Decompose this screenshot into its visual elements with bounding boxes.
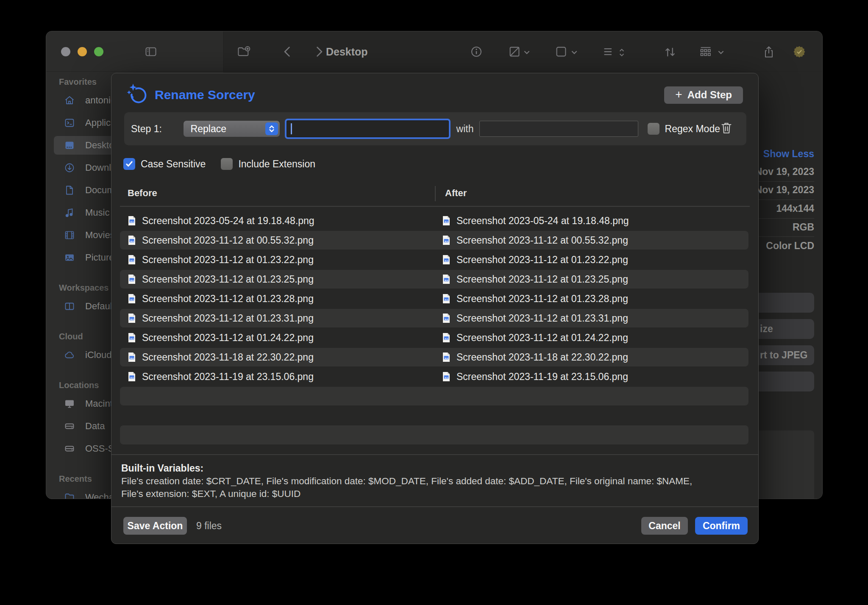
pane-divider [223,31,224,72]
table-row[interactable]: Screenshot 2023-11-19 at 23.15.06.pngScr… [120,367,748,386]
table-row[interactable]: Screenshot 2023-05-24 at 19.18.48.pngScr… [120,211,748,230]
movies-icon [64,230,75,241]
filename: Screenshot 2023-11-12 at 01.23.22.png [456,254,628,266]
minimize-button[interactable] [78,47,87,56]
file-icon [128,352,136,362]
regex-mode-checkbox[interactable] [648,123,659,135]
file-icon [442,255,451,265]
file-icon [128,274,136,284]
checkbox-square-icon[interactable] [555,45,568,58]
include-extension-label: Include Extension [238,158,315,170]
before-cell: Screenshot 2023-11-19 at 23.15.06.png [120,371,437,383]
zoom-button[interactable] [94,47,103,56]
show-less-link[interactable]: Show Less [763,148,814,160]
sidebar-item-label: Default [85,301,115,312]
save-action-button[interactable]: Save Action [123,517,187,535]
updown-chevrons-icon[interactable] [618,48,625,57]
info-icon[interactable] [470,45,483,58]
file-icon [128,255,136,265]
before-cell: Screenshot 2023-11-12 at 01.23.28.png [120,293,437,305]
columns-icon [64,301,75,312]
list-view-icon[interactable] [602,45,615,58]
filename: Screenshot 2023-11-18 at 22.30.22.png [456,352,628,363]
forward-icon[interactable] [312,45,325,58]
file-icon [442,235,451,245]
table-row[interactable]: Screenshot 2023-11-12 at 00.55.32.pngScr… [120,231,748,250]
dialog-title: Rename Sorcery [155,88,255,102]
after-cell: Screenshot 2023-11-12 at 01.24.22.png [437,332,628,344]
chevron-down-icon[interactable] [570,49,578,56]
after-cell: Screenshot 2023-11-12 at 01.23.25.png [437,274,628,285]
trash-icon[interactable] [720,121,733,136]
replace-with-input[interactable] [479,121,638,137]
before-cell: Screenshot 2023-11-12 at 01.24.22.png [120,332,437,344]
file-icon [442,216,451,226]
operation-select[interactable]: Replace [184,121,280,137]
file-icon [128,333,136,343]
filename: Screenshot 2023-11-12 at 01.23.25.png [456,274,628,285]
home-icon [64,95,75,106]
cancel-button[interactable]: Cancel [641,517,688,535]
after-column-header: After [445,188,467,199]
file-icon [128,294,136,304]
info-dimensions: 144x144 [776,203,814,214]
filename: Screenshot 2023-11-12 at 01.24.22.png [142,332,314,344]
toolbar: Desktop [46,31,822,72]
after-cell: Screenshot 2023-11-19 at 23.15.06.png [437,371,628,383]
info-date-created: Nov 19, 2023 [755,166,814,178]
folder-icon [64,492,75,499]
new-folder-icon[interactable] [237,45,250,58]
table-row[interactable]: Screenshot 2023-11-12 at 01.24.22.pngScr… [120,328,748,347]
before-cell: Screenshot 2023-11-12 at 01.23.31.png [120,313,437,324]
share-icon[interactable] [762,45,775,59]
table-row[interactable]: Screenshot 2023-11-12 at 01.23.28.pngScr… [120,289,748,308]
filename: Screenshot 2023-11-12 at 00.55.32.png [456,235,628,246]
column-divider [435,186,436,201]
sidebar-item-label: iCloud [85,350,111,361]
rename-sorcery-dialog: Rename Sorcery + Add Step Step 1: Replac… [111,73,759,544]
with-label: with [456,123,474,135]
sidebar-item-label: Music [85,207,109,218]
table-row[interactable]: Screenshot 2023-11-12 at 01.23.25.pngScr… [120,270,748,289]
regex-mode-label: Regex Mode [665,123,720,135]
case-sensitive-checkbox[interactable] [123,158,135,170]
filename: Screenshot 2023-11-19 at 23.15.06.png [456,371,628,383]
file-icon [442,274,451,284]
cloud-icon [64,350,75,361]
seal-badge-icon[interactable] [793,45,806,58]
group-icon[interactable] [699,45,712,58]
file-icon [442,333,451,343]
filename: Screenshot 2023-11-12 at 01.23.31.png [456,313,628,324]
chevron-down-icon[interactable] [717,49,725,56]
sort-icon[interactable] [663,45,677,59]
file-icon [128,313,136,323]
table-row[interactable]: Screenshot 2023-11-18 at 22.30.22.pngScr… [120,348,748,366]
before-cell: Screenshot 2023-11-12 at 01.23.22.png [120,254,437,266]
table-row[interactable]: Screenshot 2023-11-12 at 01.23.22.pngScr… [120,250,748,269]
divider [111,506,758,507]
empty-row [120,425,748,444]
find-input[interactable] [287,120,448,137]
filename: Screenshot 2023-11-12 at 00.55.32.png [142,235,314,246]
sidebar-toggle-icon[interactable] [145,45,157,58]
after-cell: Screenshot 2023-11-18 at 22.30.22.png [437,352,628,363]
file-icon [442,372,451,382]
include-extension-checkbox[interactable] [221,158,233,170]
close-button[interactable] [61,47,70,56]
empty-row [120,387,748,405]
filename: Screenshot 2023-11-12 at 01.23.22.png [142,254,314,266]
downloads-icon [64,162,75,173]
filename: Screenshot 2023-11-19 at 23.15.06.png [142,371,314,383]
filename: Screenshot 2023-11-18 at 22.30.22.png [142,352,314,363]
table-row[interactable]: Screenshot 2023-11-12 at 01.23.31.pngScr… [120,309,748,327]
pictures-icon [64,252,75,263]
mark-read-icon[interactable] [508,45,521,58]
file-icon [442,352,451,362]
chevron-down-icon[interactable] [523,49,531,56]
back-icon[interactable] [281,45,294,58]
confirm-button[interactable]: Confirm [695,517,748,535]
before-cell: Screenshot 2023-11-18 at 22.30.22.png [120,352,437,363]
rename-preview-table: Screenshot 2023-05-24 at 19.18.48.pngScr… [120,211,748,387]
filename: Screenshot 2023-11-12 at 01.23.25.png [142,274,314,285]
add-step-button[interactable]: + Add Step [664,86,743,104]
